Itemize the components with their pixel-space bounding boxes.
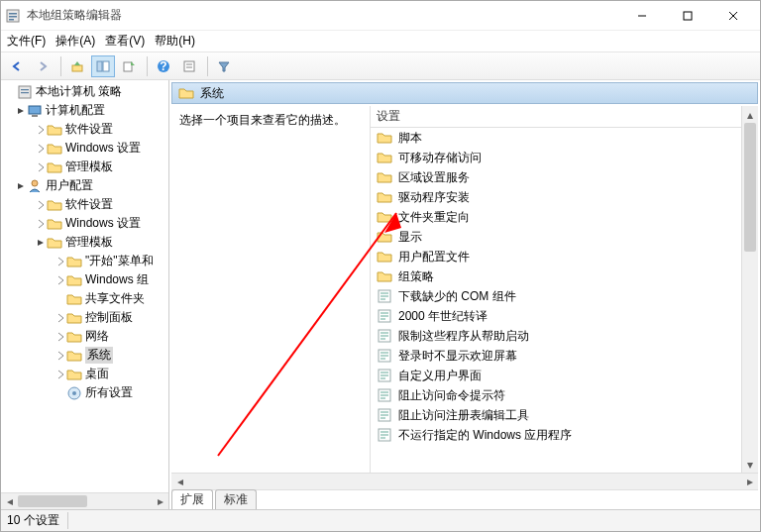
list-item[interactable]: 可移动存储访问 (371, 148, 741, 167)
scroll-right-icon[interactable]: ▸ (152, 493, 168, 510)
tab-standard[interactable]: 标准 (215, 489, 257, 509)
help-button[interactable]: ? (152, 55, 175, 77)
tree-label: Windows 设置 (65, 215, 141, 232)
scroll-thumb[interactable] (18, 495, 87, 507)
svg-point-24 (72, 391, 76, 395)
details-pane: 系统 选择一个项目来查看它的描述。 设置 脚本可移动存储访问区域设置服务驱动程序… (169, 80, 760, 509)
expand-icon[interactable] (54, 351, 66, 361)
menu-file[interactable]: 文件(F) (7, 33, 46, 50)
list-item[interactable]: 组策略 (371, 266, 741, 286)
list-item[interactable]: 限制这些程序从帮助启动 (371, 326, 741, 346)
folder-icon (377, 189, 392, 205)
scroll-left-icon[interactable]: ◂ (1, 493, 18, 510)
tree-computer-config[interactable]: 计算机配置 (1, 101, 168, 120)
properties-button[interactable] (177, 55, 201, 77)
filter-button[interactable] (212, 55, 236, 77)
all-settings-icon (66, 385, 82, 401)
list-item[interactable]: 阻止访问注册表编辑工具 (371, 405, 741, 425)
tree-item-start[interactable]: "开始"菜单和 (1, 252, 168, 270)
expand-icon[interactable] (35, 125, 47, 135)
svg-rect-21 (32, 115, 38, 117)
export-button[interactable] (117, 55, 141, 77)
list-item[interactable]: 脚本 (371, 128, 741, 148)
list-item-label: 阻止访问注册表编辑工具 (398, 407, 529, 424)
details-h-scrollbar[interactable]: ◂ ▸ (171, 473, 758, 489)
expand-icon[interactable] (35, 200, 47, 210)
back-button[interactable] (5, 55, 29, 77)
list-item[interactable]: 登录时不显示欢迎屏幕 (371, 346, 741, 366)
tree-label: 用户配置 (46, 177, 93, 194)
folder-icon (377, 268, 392, 284)
scroll-left-icon[interactable]: ◂ (171, 474, 188, 490)
tree-item-system[interactable]: 系统 (1, 346, 168, 365)
expand-icon[interactable] (35, 162, 47, 172)
list-item[interactable]: 自定义用户界面 (371, 366, 741, 385)
expand-icon[interactable] (35, 219, 47, 229)
minimize-button[interactable] (619, 1, 665, 31)
show-tree-button[interactable] (91, 55, 115, 77)
tree-h-scrollbar[interactable]: ◂ ▸ (1, 492, 168, 509)
list-item[interactable]: 驱动程序安装 (371, 187, 741, 207)
expand-icon[interactable] (54, 257, 66, 266)
list-item[interactable]: 2000 年世纪转译 (371, 306, 741, 326)
scroll-down-icon[interactable]: ▾ (742, 456, 758, 473)
tree-pane: 本地计算机 策略 计算机配置 软件设置 Windows 设置 管理模板 用户配置… (1, 80, 169, 509)
close-button[interactable] (710, 1, 756, 31)
folder-icon (47, 141, 62, 157)
column-header-setting[interactable]: 设置 (371, 106, 741, 128)
menu-action[interactable]: 操作(A) (55, 33, 95, 50)
maximize-button[interactable] (665, 1, 710, 31)
tree-item-all[interactable]: 所有设置 (1, 383, 168, 402)
tab-extended[interactable]: 扩展 (171, 489, 213, 509)
list-v-scrollbar[interactable]: ▴ ▾ (741, 106, 758, 473)
tree-item-cpl[interactable]: 控制面板 (1, 308, 168, 327)
svg-rect-20 (29, 106, 41, 114)
forward-button[interactable] (31, 55, 54, 77)
tree-item-shared[interactable]: 共享文件夹 (1, 289, 168, 308)
list-item[interactable]: 阻止访问命令提示符 (371, 385, 741, 405)
menu-view[interactable]: 查看(V) (105, 33, 145, 50)
tree-item-desktop[interactable]: 桌面 (1, 365, 168, 383)
tree[interactable]: 本地计算机 策略 计算机配置 软件设置 Windows 设置 管理模板 用户配置… (1, 80, 168, 492)
tree-item-admin[interactable]: 管理模板 (1, 233, 168, 252)
tree-item-software[interactable]: 软件设置 (1, 120, 168, 139)
expand-icon[interactable] (54, 332, 66, 342)
list-item[interactable]: 不运行指定的 Windows 应用程序 (371, 425, 741, 445)
svg-rect-3 (9, 19, 14, 21)
folder-icon (66, 348, 82, 364)
tree-item-admin[interactable]: 管理模板 (1, 158, 168, 176)
tree-item-windows[interactable]: Windows 设置 (1, 214, 168, 233)
list-item-label: 不运行指定的 Windows 应用程序 (398, 427, 572, 444)
expand-icon[interactable] (35, 144, 47, 154)
folder-icon (66, 367, 82, 382)
list-item[interactable]: 下载缺少的 COM 组件 (371, 286, 741, 306)
list-item-label: 阻止访问命令提示符 (398, 387, 505, 404)
list-item[interactable]: 显示 (371, 227, 741, 247)
scroll-thumb[interactable] (744, 123, 756, 252)
tree-root[interactable]: 本地计算机 策略 (1, 82, 168, 101)
list-item[interactable]: 用户配置文件 (371, 247, 741, 266)
tree-label: 共享文件夹 (85, 290, 145, 307)
list-item[interactable]: 文件夹重定向 (371, 207, 741, 227)
svg-rect-19 (21, 92, 29, 93)
settings-list: 设置 脚本可移动存储访问区域设置服务驱动程序安装文件夹重定向显示用户配置文件组策… (370, 106, 758, 473)
list-body[interactable]: 脚本可移动存储访问区域设置服务驱动程序安装文件夹重定向显示用户配置文件组策略下载… (371, 128, 741, 473)
expand-icon[interactable] (54, 313, 66, 323)
list-item[interactable]: 区域设置服务 (371, 167, 741, 187)
collapse-icon[interactable] (35, 238, 47, 248)
tree-user-config[interactable]: 用户配置 (1, 176, 168, 195)
tree-item-network[interactable]: 网络 (1, 327, 168, 346)
scroll-right-icon[interactable]: ▸ (741, 474, 758, 490)
tree-item-windows[interactable]: Windows 设置 (1, 139, 168, 158)
folder-icon (377, 209, 392, 225)
list-item-label: 限制这些程序从帮助启动 (398, 328, 529, 345)
collapse-icon[interactable] (15, 106, 27, 116)
expand-icon[interactable] (54, 370, 66, 379)
scroll-up-icon[interactable]: ▴ (742, 106, 758, 123)
expand-icon[interactable] (54, 275, 66, 285)
tree-item-software[interactable]: 软件设置 (1, 195, 168, 214)
up-button[interactable] (65, 55, 89, 77)
menu-help[interactable]: 帮助(H) (155, 33, 195, 50)
tree-item-wincomp[interactable]: Windows 组 (1, 270, 168, 289)
collapse-icon[interactable] (15, 181, 27, 191)
